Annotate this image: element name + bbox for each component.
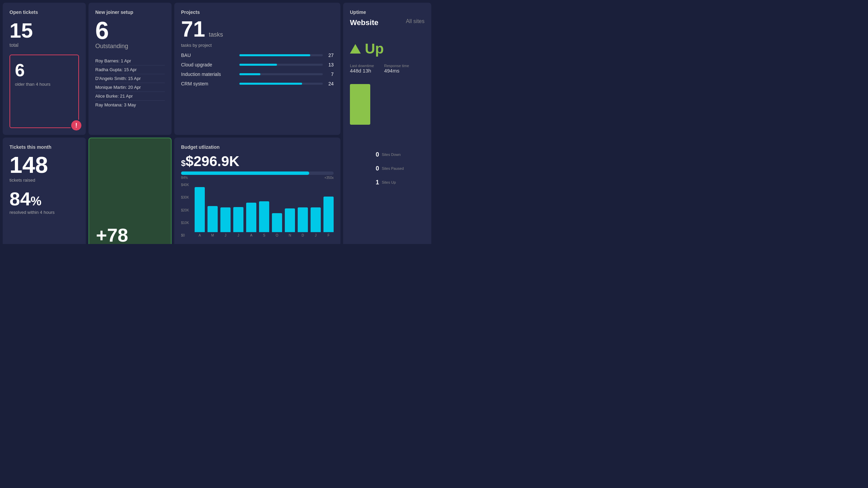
chart-y-label: $10K [181, 221, 189, 225]
last-downtime: Last downtime 448d 13h [350, 64, 374, 74]
bar-col: S [259, 201, 269, 237]
bar-col: O [272, 213, 282, 237]
legend-label: Sites Down [382, 152, 401, 157]
new-joiner-count: 6 [95, 18, 165, 43]
tickets-pct: 84% [9, 189, 79, 208]
bar-label: J [315, 233, 317, 237]
budget-value: $296.9 [185, 153, 229, 169]
bar-label: O [276, 233, 278, 237]
sites-legend: 0 Sites Down 0 Sites Paused 1 Sites Up [376, 84, 404, 244]
chart-y-labels: $40K$30K$20K$10K$0 [181, 183, 189, 237]
nps-card: +78 IT service NPS ✓ [88, 138, 172, 244]
open-tickets-alert: 6 older than 4 hours ! [9, 55, 79, 128]
bar-col: D [298, 207, 308, 237]
bar [311, 207, 321, 232]
list-item: Roy Barnes: 1 Apr [95, 57, 165, 65]
project-name: Cloud upgrade [181, 62, 235, 67]
budget-bar-container: 84% +350x [181, 171, 334, 180]
uptime-all-sites: All sites [406, 18, 425, 27]
uptime-title: Uptime [350, 9, 425, 15]
project-bar [239, 54, 310, 56]
list-item: Monique Martin: 20 Apr [95, 83, 165, 92]
project-row: Induction materials 7 [181, 72, 334, 77]
bar [246, 203, 256, 232]
budget-card: Budget utlization $$296.9K 84% +350x $40… [174, 138, 340, 244]
bar-col: J [311, 207, 321, 237]
project-bar [239, 64, 277, 66]
uptime-meta: Last downtime 448d 13h Response time 494… [350, 64, 425, 74]
budget-amount: $$296.9K [181, 153, 334, 169]
project-bar-bg [239, 64, 323, 66]
project-count: 24 [327, 81, 334, 86]
bar [298, 207, 308, 232]
bar [323, 197, 334, 232]
response-time-value: 494ms [384, 68, 399, 74]
open-tickets-total: 15 [9, 20, 79, 41]
budget-bar-max-label: +350x [324, 176, 334, 180]
projects-subtitle: tasks by project [181, 43, 334, 48]
last-downtime-value: 448d 13h [350, 68, 371, 74]
budget-title: Budget utlization [181, 144, 334, 150]
bar [285, 208, 295, 232]
legend-label: Sites Paused [382, 166, 404, 170]
nps-number: +78 [96, 226, 164, 244]
legend-item: 0 Sites Down [376, 151, 404, 158]
chart-y-label: $40K [181, 183, 189, 187]
project-row: Cloud upgrade 13 [181, 62, 334, 67]
legend-label: Sites Up [382, 180, 396, 184]
bar-col: A [246, 203, 256, 237]
project-count: 27 [327, 53, 334, 58]
project-bar [239, 83, 302, 85]
bar-col: A [195, 187, 205, 237]
projects-card: Projects 71 tasks tasks by project BAU 2… [174, 3, 340, 135]
legend-item: 1 Sites Up [376, 179, 404, 186]
projects-rows: BAU 27 Cloud upgrade 13 Induction materi… [181, 53, 334, 86]
sites-chart: 0 Sites Down 0 Sites Paused 1 Sites Up [350, 84, 425, 244]
tickets-month-title: Tickets this month [9, 144, 79, 150]
bar-label: J [238, 233, 239, 237]
project-name: BAU [181, 53, 235, 58]
alert-label: older than 4 hours [15, 82, 74, 87]
budget-chart: $40K$30K$20K$10K$0 A M J J A S O N D J F [181, 183, 334, 237]
bar-col: M [208, 206, 218, 237]
budget-bar-pct-label: 84% [181, 176, 188, 180]
bars-wrapper: A M J J A S O N D J F [195, 183, 334, 237]
bar-label: N [289, 233, 291, 237]
bar-label: A [199, 233, 201, 237]
last-downtime-label: Last downtime [350, 64, 374, 68]
chart-y-label: $30K [181, 196, 189, 199]
up-arrow-icon [350, 44, 361, 54]
new-joiner-list: Roy Barnes: 1 AprRadha Gupta: 15 AprD'An… [95, 57, 165, 109]
bar [195, 187, 205, 232]
tickets-month-card: Tickets this month 148 tickets raised 84… [3, 138, 86, 244]
budget-bar-bg [181, 171, 334, 175]
sites-bar-green [350, 84, 370, 125]
chart-y-label: $20K [181, 208, 189, 212]
uptime-status: Up [350, 41, 425, 57]
tickets-month-count: 148 [9, 153, 79, 176]
project-row: BAU 27 [181, 53, 334, 58]
pct-value: 84 [9, 188, 31, 209]
bar-label: F [328, 233, 330, 237]
list-item: Ray Montana: 3 May [95, 101, 165, 109]
chart-y-label: $0 [181, 233, 189, 237]
project-bar [239, 73, 260, 75]
project-count: 13 [327, 62, 334, 67]
bar-col: J [220, 207, 231, 237]
legend-count: 0 [376, 165, 379, 172]
alert-number: 6 [15, 60, 74, 80]
legend-item: 0 Sites Paused [376, 165, 404, 172]
budget-bar-fill [181, 171, 309, 175]
response-time-label: Response time [384, 64, 409, 68]
projects-title: Projects [181, 9, 334, 15]
uptime-status-text: Up [365, 41, 384, 57]
bar-label: M [211, 233, 214, 237]
bar [259, 201, 269, 232]
legend-count: 1 [376, 179, 379, 186]
uptime-header: Website All sites [350, 18, 425, 27]
projects-total: 71 [181, 17, 205, 41]
bar-col: N [285, 208, 295, 237]
project-bar-bg [239, 73, 323, 75]
bar-label: J [225, 233, 226, 237]
budget-bar-labels: 84% +350x [181, 176, 334, 180]
